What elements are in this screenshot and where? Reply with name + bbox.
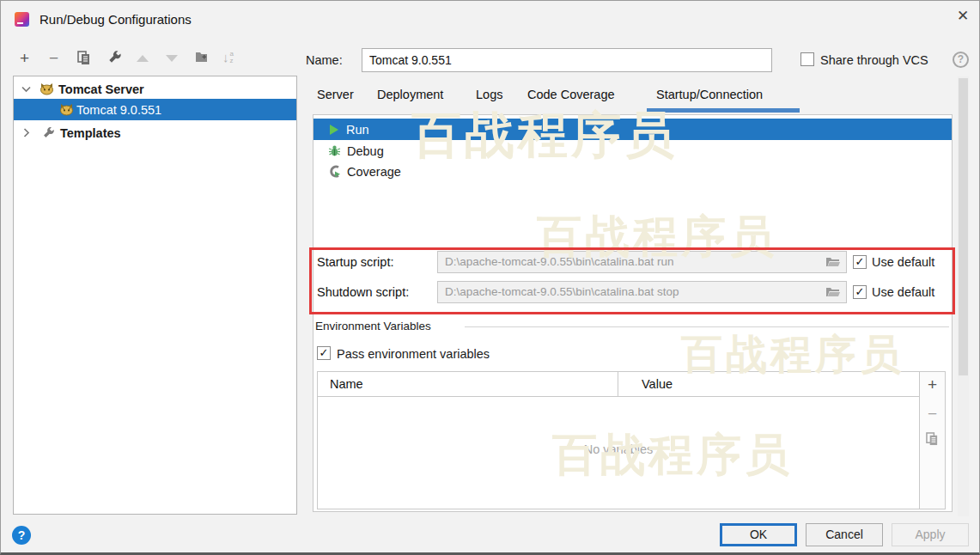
empty-table-placeholder: No variables (317, 442, 920, 456)
shutdown-script-field[interactable]: D:\apache-tomcat-9.0.55\bin\catalina.bat… (437, 281, 847, 303)
mode-label: Coverage (347, 165, 401, 179)
app-logo-icon (15, 12, 29, 27)
pass-environment-variables-label: Pass environment variables (337, 347, 490, 361)
sort-configurations-icon[interactable]: ↓ az (222, 51, 234, 64)
table-toolbar: + − (919, 372, 945, 509)
tab-logs[interactable]: Logs (476, 88, 502, 101)
ok-button[interactable]: OK (720, 523, 797, 546)
configurations-tree: Tomcat Server Tomcat 9.0.551 Templates (13, 76, 297, 515)
column-divider[interactable] (618, 372, 618, 397)
tab-code-coverage[interactable]: Code Coverage (527, 88, 615, 101)
tree-label: Templates (60, 126, 121, 140)
active-tab-underline (647, 108, 800, 113)
move-up-icon[interactable] (137, 55, 149, 62)
tree-item-tomcat-9-0-551[interactable]: Tomcat 9.0.551 (14, 99, 296, 120)
cancel-button[interactable]: Cancel (806, 523, 883, 546)
add-variable-button[interactable]: + (920, 375, 945, 394)
help-button[interactable]: ? (12, 526, 31, 545)
tab-deployment[interactable]: Deployment (377, 88, 443, 101)
shutdown-use-default-label: Use default (872, 285, 934, 299)
column-header-name[interactable]: Name (330, 377, 363, 391)
vertical-scrollbar[interactable] (958, 76, 969, 516)
mode-row-coverage[interactable]: Coverage (313, 161, 952, 182)
share-vcs-label: Share through VCS (820, 53, 928, 67)
debug-icon (328, 144, 341, 157)
pass-environment-variables-checkbox[interactable]: ✓ (317, 346, 331, 360)
section-separator-line (465, 326, 949, 327)
copy-configuration-icon[interactable] (77, 51, 91, 69)
wrench-icon (42, 126, 55, 139)
remove-configuration-button[interactable]: − (49, 50, 58, 66)
run-icon (330, 125, 338, 135)
tab-startup-connection[interactable]: Startup/Connection (656, 88, 763, 101)
tomcat-icon (40, 82, 54, 95)
close-icon[interactable]: ✕ (952, 5, 974, 27)
startup-script-field[interactable]: D:\apache-tomcat-9.0.55\bin\catalina.bat… (437, 251, 847, 273)
chevron-right-icon[interactable] (23, 128, 30, 137)
browse-folder-icon[interactable] (825, 286, 840, 298)
share-vcs-checkbox[interactable] (800, 52, 814, 66)
mode-row-debug[interactable]: Debug (313, 140, 952, 162)
tree-item-tomcat-server[interactable]: Tomcat Server (14, 78, 296, 100)
environment-variables-section-title: Environment Variables (315, 320, 431, 332)
tomcat-icon (59, 103, 74, 116)
add-configuration-button[interactable]: + (20, 50, 29, 66)
tree-label: Tomcat Server (58, 82, 144, 96)
environment-variables-table: Name Value + − (317, 371, 946, 509)
tree-item-templates[interactable]: Templates (14, 122, 296, 143)
mode-label: Debug (347, 144, 384, 158)
scrollbar-thumb[interactable] (959, 78, 968, 375)
copy-variable-icon[interactable] (920, 432, 945, 449)
apply-button-disabled: Apply (892, 523, 969, 546)
coverage-icon (328, 165, 341, 178)
tree-label: Tomcat 9.0.551 (76, 103, 161, 117)
run-debug-configurations-dialog: { "window": { "title": "Run/Debug Config… (0, 0, 980, 555)
remove-variable-button[interactable]: − (920, 405, 945, 424)
startup-use-default-checkbox[interactable]: ✓ (853, 255, 867, 269)
shutdown-script-label: Shutdown script: (317, 285, 409, 299)
name-label: Name: (306, 53, 343, 67)
startup-use-default-label: Use default (872, 255, 934, 269)
chevron-down-icon[interactable] (21, 86, 31, 93)
tab-server[interactable]: Server (317, 88, 354, 101)
mode-label: Run (346, 123, 369, 137)
vcs-help-icon[interactable]: ? (953, 52, 969, 68)
move-down-icon[interactable] (166, 55, 178, 62)
name-input[interactable] (362, 48, 772, 72)
browse-folder-icon[interactable] (825, 256, 840, 268)
shutdown-use-default-checkbox[interactable]: ✓ (853, 285, 867, 299)
column-header-value[interactable]: Value (642, 377, 673, 391)
edit-template-wrench-icon[interactable] (107, 50, 122, 68)
dialog-title: Run/Debug Configurations (40, 12, 192, 27)
new-folder-icon[interactable] (195, 51, 210, 67)
mode-row-run[interactable]: Run (313, 119, 952, 140)
startup-script-label: Startup script: (317, 255, 393, 269)
table-header: Name Value (318, 372, 945, 397)
